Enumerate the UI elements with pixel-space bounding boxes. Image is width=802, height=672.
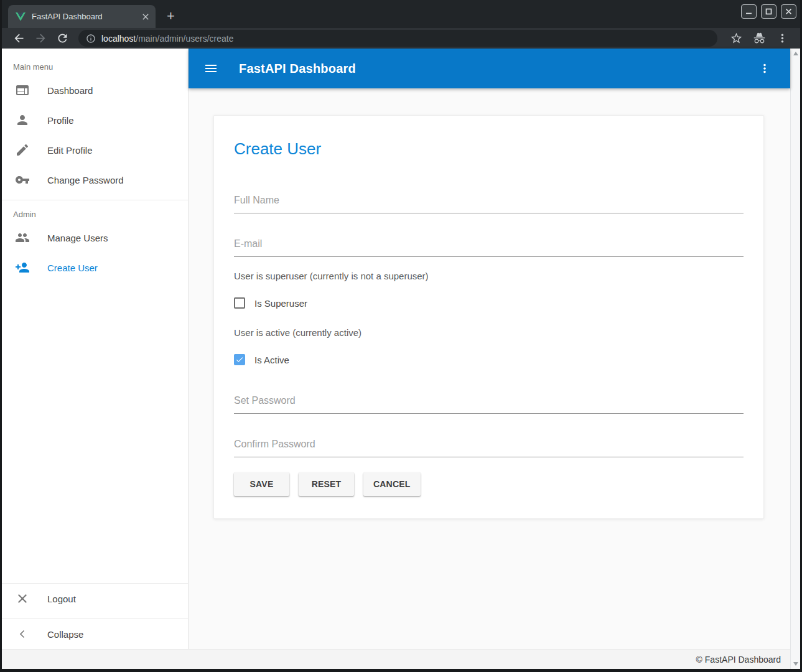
confirm-password-input[interactable] — [234, 435, 744, 457]
sidebar-item-dashboard[interactable]: Dashboard — [2, 75, 188, 105]
sidebar-item-logout[interactable]: Logout — [2, 584, 188, 614]
window-controls — [741, 4, 796, 19]
sidebar-item-label: Logout — [47, 594, 76, 604]
save-button[interactable]: SAVE — [234, 472, 289, 496]
chevron-left-icon — [15, 627, 30, 642]
dashboard-icon — [15, 83, 30, 98]
is-active-checkbox-row[interactable]: Is Active — [234, 354, 744, 365]
incognito-icon — [753, 32, 766, 45]
sidebar-item-label: Manage Users — [47, 233, 108, 243]
check-icon — [235, 355, 244, 365]
full-name-input[interactable] — [234, 191, 744, 213]
sidebar-section-main-menu: Main menu — [2, 49, 188, 75]
vue-logo-icon — [16, 12, 26, 21]
main-content: Create User User is superuser (currently… — [189, 88, 790, 649]
sidebar-item-label: Change Password — [47, 175, 124, 185]
set-password-input[interactable] — [234, 391, 744, 414]
sidebar-item-label: Create User — [47, 263, 98, 273]
main-area: FastAPI Dashboard Create User User is su… — [189, 49, 790, 649]
sidebar-item-profile[interactable]: Profile — [2, 105, 188, 135]
bookmark-star-icon[interactable] — [730, 32, 743, 45]
reload-icon[interactable] — [56, 32, 69, 45]
active-hint: User is active (currently active) — [234, 327, 744, 338]
sidebar-item-label: Dashboard — [47, 85, 93, 96]
sidebar-item-edit-profile[interactable]: Edit Profile — [2, 135, 188, 165]
sidebar-item-label: Collapse — [47, 629, 83, 640]
new-tab-button[interactable]: + — [167, 9, 175, 23]
app-footer: © FastAPI Dashboard — [2, 649, 790, 669]
sidebar-item-change-password[interactable]: Change Password — [2, 165, 188, 195]
tab-strip: FastAPI Dashboard + — [2, 0, 800, 28]
app-title: FastAPI Dashboard — [239, 62, 356, 76]
close-x-icon — [15, 591, 30, 606]
sidebar-spacer — [2, 282, 188, 578]
app-menu-kebab-icon[interactable] — [758, 62, 772, 75]
close-window-button[interactable] — [781, 4, 796, 19]
back-icon[interactable] — [12, 32, 26, 45]
browser-menu-kebab-icon[interactable] — [776, 32, 789, 45]
scrollbar-down-arrow-icon[interactable] — [793, 662, 798, 666]
pencil-icon — [15, 142, 30, 157]
cancel-button[interactable]: CANCEL — [363, 472, 421, 496]
app-page: Main menu Dashboard Profile — [2, 49, 790, 669]
url-path: /main/admin/users/create — [136, 34, 233, 44]
sidebar-item-manage-users[interactable]: Manage Users — [2, 223, 188, 253]
sidebar-item-label: Profile — [47, 115, 74, 126]
address-bar[interactable]: localhost/main/admin/users/create — [78, 30, 717, 47]
url-text: localhost/main/admin/users/create — [101, 34, 233, 44]
app-header: FastAPI Dashboard — [189, 49, 790, 88]
forward-icon[interactable] — [34, 32, 47, 45]
page-scrollbar[interactable] — [790, 49, 800, 669]
people-icon — [15, 230, 30, 245]
is-superuser-checkbox-row[interactable]: Is Superuser — [234, 297, 744, 309]
maximize-button[interactable] — [761, 4, 776, 19]
tab-title: FastAPI Dashboard — [32, 12, 141, 21]
sidebar-item-label: Edit Profile — [47, 145, 93, 156]
reset-button[interactable]: RESET — [299, 472, 354, 496]
url-host: localhost — [101, 34, 136, 44]
superuser-hint: User is superuser (currently is not a su… — [234, 271, 744, 281]
create-user-card: Create User User is superuser (currently… — [213, 115, 764, 519]
email-input[interactable] — [234, 235, 744, 257]
browser-toolbar: localhost/main/admin/users/create — [2, 28, 800, 49]
is-active-checkbox[interactable] — [234, 354, 245, 365]
person-icon — [15, 113, 30, 128]
scrollbar-up-arrow-icon[interactable] — [793, 52, 798, 55]
content-row: Main menu Dashboard Profile — [2, 49, 790, 649]
sidebar-item-create-user[interactable]: Create User — [2, 253, 188, 282]
checkbox-label: Is Superuser — [254, 298, 307, 309]
browser-tab[interactable]: FastAPI Dashboard — [8, 5, 156, 28]
person-add-icon — [15, 260, 30, 275]
key-icon — [15, 172, 30, 187]
sidebar: Main menu Dashboard Profile — [2, 49, 189, 649]
browser-window: FastAPI Dashboard + — [0, 0, 802, 672]
checkbox-label: Is Active — [254, 355, 289, 365]
tab-close-icon[interactable] — [141, 12, 151, 22]
site-info-icon[interactable] — [86, 34, 96, 44]
page-viewport: Main menu Dashboard Profile — [2, 49, 800, 669]
hamburger-menu-icon[interactable] — [203, 61, 218, 76]
minimize-button[interactable] — [741, 4, 757, 19]
page-title: Create User — [234, 139, 744, 159]
footer-copyright: © FastAPI Dashboard — [696, 655, 781, 665]
sidebar-item-collapse[interactable]: Collapse — [2, 619, 188, 649]
form-buttons: SAVE RESET CANCEL — [234, 472, 744, 496]
is-superuser-checkbox[interactable] — [234, 297, 245, 309]
sidebar-section-admin: Admin — [2, 200, 188, 223]
